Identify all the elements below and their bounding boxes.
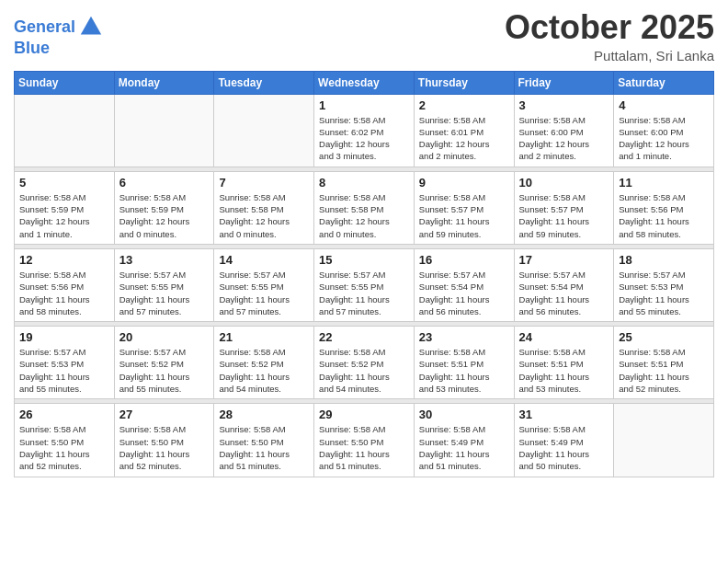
day-info: and 56 minutes. — [519, 305, 609, 317]
calendar-cell: 26Sunrise: 5:58 AMSunset: 5:50 PMDayligh… — [15, 404, 115, 477]
calendar-cell: 25Sunrise: 5:58 AMSunset: 5:51 PMDayligh… — [614, 327, 714, 399]
logo-general: General — [14, 17, 75, 36]
day-info: Daylight: 12 hours — [319, 138, 409, 150]
day-number: 5 — [19, 176, 109, 190]
day-number: 27 — [119, 408, 210, 421]
day-header-saturday: Saturday — [614, 71, 714, 94]
day-number: 25 — [619, 330, 709, 344]
day-info: Sunrise: 5:58 AM — [519, 346, 609, 358]
day-number: 20 — [119, 330, 210, 344]
day-info: Sunrise: 5:58 AM — [19, 191, 109, 203]
day-info: Sunrise: 5:57 AM — [119, 269, 210, 281]
day-info: Sunset: 5:55 PM — [119, 281, 210, 293]
calendar-cell — [614, 404, 714, 477]
day-info: Daylight: 12 hours — [119, 215, 210, 227]
calendar-cell: 30Sunrise: 5:58 AMSunset: 5:49 PMDayligh… — [414, 404, 514, 477]
day-info: and 1 minute. — [619, 150, 709, 162]
day-info: and 2 minutes. — [519, 150, 609, 162]
day-info: Sunset: 5:52 PM — [319, 358, 409, 370]
calendar-cell — [15, 94, 115, 167]
day-info: Daylight: 11 hours — [419, 448, 509, 460]
day-info: Sunrise: 5:58 AM — [319, 114, 409, 126]
title-area: October 2025 Puttalam, Sri Lanka — [505, 9, 714, 63]
day-number: 21 — [219, 330, 309, 344]
logo: General Blue — [14, 14, 104, 56]
day-info: and 55 minutes. — [619, 305, 709, 317]
day-number: 30 — [419, 408, 509, 421]
day-info: and 54 minutes. — [319, 383, 409, 395]
day-info: Sunset: 5:55 PM — [219, 281, 309, 293]
day-number: 12 — [19, 253, 109, 267]
day-info: and 0 minutes. — [119, 228, 210, 240]
calendar-cell — [214, 94, 314, 167]
day-header-wednesday: Wednesday — [314, 71, 415, 94]
day-info: Daylight: 11 hours — [619, 215, 709, 227]
day-info: and 59 minutes. — [519, 228, 609, 240]
logo-text: General — [14, 18, 75, 35]
day-number: 1 — [319, 98, 409, 112]
day-info: Daylight: 11 hours — [519, 371, 609, 383]
day-info: Sunrise: 5:58 AM — [319, 346, 409, 358]
day-info: and 57 minutes. — [219, 305, 309, 317]
day-number: 22 — [319, 330, 409, 344]
day-info: and 51 minutes. — [219, 460, 309, 472]
day-info: Sunrise: 5:58 AM — [519, 423, 609, 435]
day-info: Sunset: 5:49 PM — [519, 436, 609, 448]
day-info: Sunrise: 5:58 AM — [319, 423, 409, 435]
calendar-cell: 9Sunrise: 5:58 AMSunset: 5:57 PMDaylight… — [414, 171, 514, 244]
day-info: Daylight: 11 hours — [319, 293, 409, 305]
day-info: Sunset: 6:00 PM — [619, 126, 709, 138]
day-info: Daylight: 11 hours — [19, 448, 109, 460]
day-info: Daylight: 11 hours — [119, 371, 210, 383]
logo-icon — [78, 14, 104, 40]
day-info: Daylight: 11 hours — [219, 448, 309, 460]
calendar-cell: 16Sunrise: 5:57 AMSunset: 5:54 PMDayligh… — [414, 248, 514, 321]
day-header-friday: Friday — [514, 71, 614, 94]
day-info: Daylight: 11 hours — [519, 448, 609, 460]
calendar-cell: 23Sunrise: 5:58 AMSunset: 5:51 PMDayligh… — [414, 327, 514, 399]
day-info: and 52 minutes. — [19, 460, 109, 472]
calendar-cell: 1Sunrise: 5:58 AMSunset: 6:02 PMDaylight… — [314, 94, 415, 167]
day-info: and 50 minutes. — [519, 460, 609, 472]
day-info: Sunset: 5:51 PM — [419, 358, 509, 370]
day-info: Sunrise: 5:58 AM — [119, 191, 210, 203]
day-info: Daylight: 11 hours — [119, 448, 210, 460]
day-info: Sunrise: 5:57 AM — [419, 269, 509, 281]
day-number: 26 — [19, 408, 109, 421]
week-row-1: 1Sunrise: 5:58 AMSunset: 6:02 PMDaylight… — [15, 94, 714, 167]
day-info: Daylight: 12 hours — [419, 138, 509, 150]
day-info: Sunrise: 5:58 AM — [319, 191, 409, 203]
calendar-cell: 11Sunrise: 5:58 AMSunset: 5:56 PMDayligh… — [614, 171, 714, 244]
day-number: 7 — [219, 176, 309, 190]
logo-blue: Blue — [14, 40, 104, 56]
day-info: Daylight: 11 hours — [319, 448, 409, 460]
day-number: 28 — [219, 408, 309, 421]
calendar-cell: 4Sunrise: 5:58 AMSunset: 6:00 PMDaylight… — [614, 94, 714, 167]
day-info: Sunset: 5:50 PM — [319, 436, 409, 448]
day-number: 2 — [419, 98, 509, 112]
calendar-cell: 2Sunrise: 5:58 AMSunset: 6:01 PMDaylight… — [414, 94, 514, 167]
day-info: Daylight: 11 hours — [19, 293, 109, 305]
day-info: Sunset: 5:56 PM — [19, 281, 109, 293]
day-info: Daylight: 11 hours — [619, 371, 709, 383]
calendar-cell: 17Sunrise: 5:57 AMSunset: 5:54 PMDayligh… — [514, 248, 614, 321]
calendar-cell — [114, 94, 214, 167]
day-info: Sunrise: 5:58 AM — [419, 114, 509, 126]
day-info: and 52 minutes. — [119, 460, 210, 472]
calendar-cell: 29Sunrise: 5:58 AMSunset: 5:50 PMDayligh… — [314, 404, 415, 477]
day-info: and 52 minutes. — [619, 383, 709, 395]
calendar-cell: 5Sunrise: 5:58 AMSunset: 5:59 PMDaylight… — [15, 171, 115, 244]
day-number: 4 — [619, 98, 709, 112]
day-info: Sunset: 5:57 PM — [419, 203, 509, 215]
day-info: and 58 minutes. — [619, 228, 709, 240]
day-info: Sunrise: 5:58 AM — [519, 191, 609, 203]
day-info: and 3 minutes. — [319, 150, 409, 162]
day-number: 8 — [319, 176, 409, 190]
week-row-4: 19Sunrise: 5:57 AMSunset: 5:53 PMDayligh… — [15, 327, 714, 399]
day-info: Sunset: 5:49 PM — [419, 436, 509, 448]
calendar-header-row: SundayMondayTuesdayWednesdayThursdayFrid… — [15, 71, 714, 94]
week-row-3: 12Sunrise: 5:58 AMSunset: 5:56 PMDayligh… — [15, 248, 714, 321]
day-info: and 0 minutes. — [219, 228, 309, 240]
day-info: Daylight: 11 hours — [19, 371, 109, 383]
day-info: Sunset: 5:57 PM — [519, 203, 609, 215]
